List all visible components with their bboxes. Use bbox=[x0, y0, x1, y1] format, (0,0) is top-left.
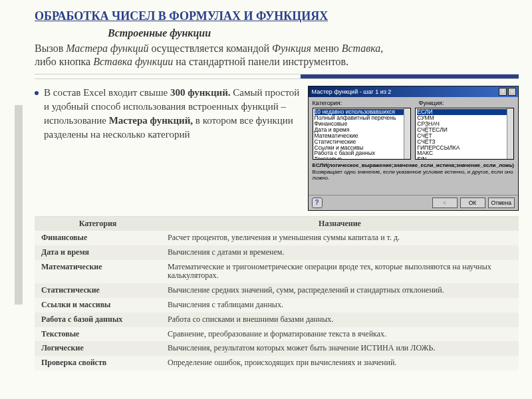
label-function: Функция: bbox=[419, 100, 444, 106]
cell-category: Математические bbox=[35, 260, 161, 284]
category-listbox[interactable]: 10 недавно использовавшихсяПолный алфави… bbox=[313, 108, 412, 160]
table-row: Дата и времяВычисления с датами и времен… bbox=[35, 245, 519, 260]
cell-category: Работа с базой данных bbox=[35, 313, 161, 327]
cell-purpose: Работа со списками и внешними базами дан… bbox=[161, 313, 519, 327]
wizard-title: Мастер функций - шаг 1 из 2 bbox=[312, 88, 392, 95]
subtitle: Встроенные функции bbox=[108, 27, 519, 39]
wizard-formula: ЕСЛИ(логическое_выражение;значение_если_… bbox=[313, 162, 514, 168]
cell-purpose: Вычисления с таблицами данных. bbox=[161, 298, 519, 313]
intro-seg: меню bbox=[311, 43, 342, 54]
decorative-left-bar bbox=[15, 105, 31, 305]
page-title: ОБРАБОТКА ЧИСЕЛ В ФОРМУЛАХ И ФУНКЦИЯХ bbox=[35, 9, 519, 23]
divider-band bbox=[35, 74, 519, 79]
table-row: ЛогическиеВычисления, результатом которы… bbox=[35, 341, 519, 356]
cell-purpose: Математические и тригонометрические опер… bbox=[161, 260, 519, 284]
function-listbox[interactable]: ЕСЛИСУММСРЗНАЧСЧЁТЕСЛИСЧЁТСЧЁТЗГИПЕРССЫЛ… bbox=[415, 108, 514, 160]
text-seg: 300 функций. bbox=[170, 87, 231, 98]
bullet-text: В состав Excel входит свыше 300 функций.… bbox=[44, 86, 300, 142]
list-item[interactable]: SIN bbox=[417, 156, 512, 160]
cell-category: Дата и время bbox=[35, 245, 161, 260]
intro-seg: осуществляется командой bbox=[148, 43, 272, 54]
back-button: < bbox=[432, 198, 458, 208]
cell-category: Финансовые bbox=[35, 231, 161, 245]
intro-text: Вызов Мастера функций осуществляется ком… bbox=[35, 42, 519, 68]
table-row: МатематическиеМатематические и тригономе… bbox=[35, 260, 519, 284]
text-seg: В состав Excel входит свыше bbox=[44, 87, 170, 98]
bullet-item: В состав Excel входит свыше 300 функций.… bbox=[35, 86, 300, 142]
close-icon[interactable]: × bbox=[508, 88, 516, 96]
table-row: СтатистическиеВычисление средних значени… bbox=[35, 283, 519, 298]
table-row: Ссылки и массивыВычисления с таблицами д… bbox=[35, 298, 519, 313]
help-icon[interactable]: ? bbox=[499, 88, 507, 96]
help-button[interactable]: ? bbox=[312, 198, 323, 208]
cell-purpose: Вычисления, результатом которых может бы… bbox=[161, 341, 519, 356]
list-item[interactable]: МАКС bbox=[417, 150, 512, 156]
list-item[interactable]: Текстовые bbox=[315, 156, 410, 160]
cell-category: Текстовые bbox=[35, 327, 161, 342]
intro-seg: Функция bbox=[272, 43, 311, 54]
cell-purpose: Сравнение, преобразование и форматирован… bbox=[161, 327, 519, 342]
table-row: ТекстовыеСравнение, преобразование и фор… bbox=[35, 327, 519, 342]
scrollbar[interactable] bbox=[507, 108, 513, 159]
ok-button[interactable]: ОК bbox=[460, 198, 485, 208]
th-purpose: Назначение bbox=[161, 217, 519, 231]
intro-seg: Вставка функции bbox=[93, 56, 173, 67]
table-row: ФинансовыеРасчет процентов, увеличения и… bbox=[35, 231, 519, 245]
slide: ОБРАБОТКА ЧИСЕЛ В ФОРМУЛАХ И ФУНКЦИЯХ Вс… bbox=[0, 0, 532, 370]
intro-seg: , bbox=[380, 43, 383, 54]
cell-purpose: Вычисление средних значений, сумм, распр… bbox=[161, 283, 519, 298]
bullet-icon bbox=[35, 91, 39, 95]
cancel-button[interactable]: Отмена bbox=[488, 198, 515, 208]
function-wizard-window: Мастер функций - шаг 1 из 2 ? × Категори… bbox=[308, 86, 519, 211]
cell-category: Проверка свойств bbox=[35, 356, 161, 370]
wizard-titlebar: Мастер функций - шаг 1 из 2 ? × bbox=[309, 86, 518, 97]
intro-seg: Вызов bbox=[35, 43, 66, 54]
wizard-description: Возвращает одно значение, если указанное… bbox=[313, 170, 514, 182]
scrollbar[interactable] bbox=[404, 108, 410, 159]
table-row: Работа с базой данныхРабота со списками … bbox=[35, 313, 519, 327]
th-category: Категория bbox=[35, 217, 161, 231]
cell-purpose: Расчет процентов, увеличения и уменьшени… bbox=[161, 231, 519, 245]
text-seg: Мастера функций, bbox=[109, 115, 193, 126]
intro-seg: Мастера функций bbox=[66, 43, 148, 54]
cell-purpose: Определение ошибок, происходящих при выч… bbox=[161, 356, 519, 370]
table-row: Проверка свойствОпределение ошибок, прои… bbox=[35, 356, 519, 370]
cell-category: Статистические bbox=[35, 283, 161, 298]
intro-seg: либо кнопка bbox=[35, 56, 93, 67]
label-category: Категория: bbox=[313, 100, 419, 106]
intro-seg: Вставка bbox=[342, 43, 381, 54]
cell-purpose: Вычисления с датами и временем. bbox=[161, 245, 519, 260]
cell-category: Логические bbox=[35, 341, 161, 356]
intro-seg: на стандартной панели инструментов. bbox=[173, 56, 348, 67]
category-table: Категория Назначение ФинансовыеРасчет пр… bbox=[35, 216, 519, 370]
cell-category: Ссылки и массивы bbox=[35, 298, 161, 313]
